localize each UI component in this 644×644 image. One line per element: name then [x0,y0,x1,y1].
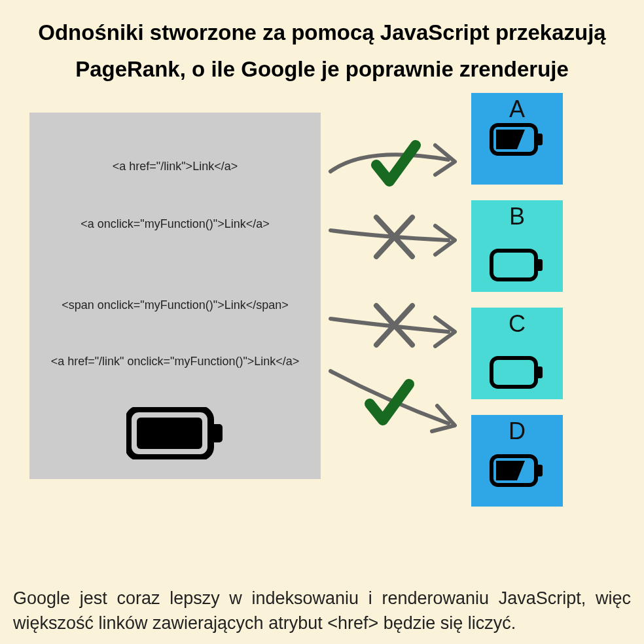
arrow-d [327,361,452,407]
svg-rect-10 [536,465,543,476]
arrow-b [327,207,452,253]
battery-partial-icon [490,454,545,487]
arrow-c [327,296,452,342]
code-line-1: <a href="/link">Link</a> [29,160,321,173]
svg-rect-8 [536,367,543,378]
battery-empty-icon [490,356,545,389]
target-a-label: A [509,96,525,123]
code-panel: <a href="/link">Link</a> <a onclick="myF… [29,113,321,479]
diagram: <a href="/link">Link</a> <a onclick="myF… [0,113,644,525]
target-boxes: A B C D [471,93,563,522]
target-c: C [471,308,563,399]
target-b: B [471,200,563,292]
target-a: A [471,93,563,185]
target-c-label: C [509,310,526,338]
code-line-3: <span onclick="myFunction()">Link</span> [29,298,321,312]
main-title: Odnośniki stworzone za pomocą JavaScript… [0,0,644,88]
code-line-2: <a onclick="myFunction()">Link</a> [29,217,321,231]
footer-text: Google jest coraz lepszy w indeksowaniu … [13,586,631,636]
svg-rect-5 [492,251,536,279]
target-b-label: B [509,203,525,230]
battery-empty-icon [490,249,545,281]
target-d: D [471,415,563,507]
target-d-label: D [509,418,526,445]
arrow-a [327,132,452,178]
svg-rect-7 [492,358,536,387]
svg-rect-6 [536,259,543,271]
svg-rect-1 [211,424,223,442]
svg-rect-4 [536,134,543,145]
battery-partial-icon [490,123,545,156]
code-line-4: <a href="/link" onclick="myFunction()">L… [29,355,321,368]
battery-full-icon [126,407,224,463]
svg-rect-2 [137,418,202,449]
